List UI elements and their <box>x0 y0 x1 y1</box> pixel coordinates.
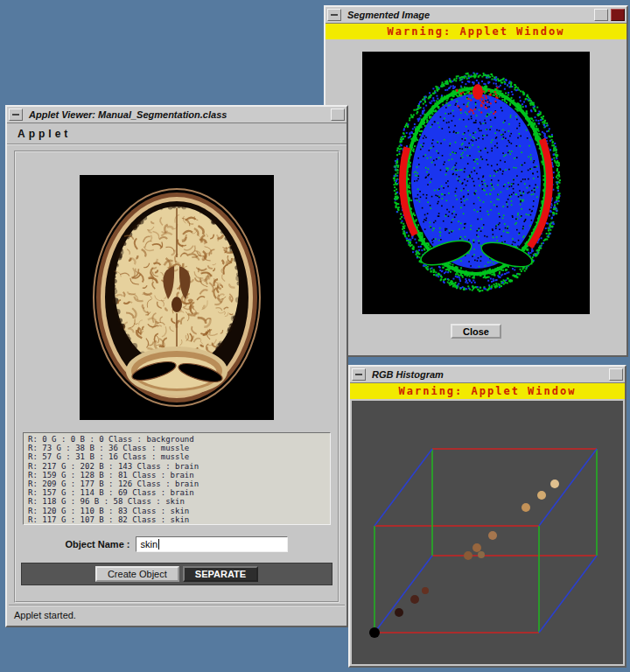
rgb-point <box>478 551 485 558</box>
rgb-point <box>395 608 403 617</box>
list-item[interactable]: R: 209 G : 177 B : 126 Class : brain <box>28 480 326 488</box>
applet-warning-banner: Warning: Applet Window <box>350 383 625 399</box>
rgb-point <box>369 627 380 638</box>
text-caret <box>158 539 159 550</box>
status-text: Applet started. <box>14 610 76 620</box>
mri-brain-image[interactable] <box>80 175 274 420</box>
list-item[interactable]: R: 120 G : 110 B : 83 Class : skin <box>28 507 326 515</box>
minimize-icon <box>355 374 362 375</box>
window-title: Segmented Image <box>344 10 592 20</box>
menubar: Applet <box>7 123 346 145</box>
segmented-content: Close <box>326 39 626 339</box>
rgb-point <box>410 595 419 604</box>
window-menu-button[interactable] <box>327 9 341 21</box>
cube-edge <box>374 449 432 526</box>
object-name-value: skin <box>140 539 158 550</box>
status-bar: Applet started. <box>9 605 345 624</box>
rgb-cube-plot <box>355 412 620 654</box>
list-item[interactable]: R: 0 G : 0 B : 0 Class : background <box>28 435 326 444</box>
list-item[interactable]: R: 57 G : 31 B : 16 Class : mussle <box>28 452 326 461</box>
list-item[interactable]: R: 217 G : 202 B : 143 Class : brain <box>28 462 326 471</box>
minimize-icon <box>331 14 338 16</box>
segmented-brain-image <box>362 52 590 314</box>
rgb-point <box>522 503 530 512</box>
applet-warning-banner: Warning: Applet Window <box>326 24 626 39</box>
titlebar[interactable]: RGB Histogram <box>350 367 625 383</box>
class-list[interactable]: R: 0 G : 0 B : 0 Class : backgroundR: 73… <box>23 432 331 525</box>
list-item[interactable]: R: 117 G : 107 B : 82 Class : skin <box>28 515 326 524</box>
segmented-image-window: Segmented Image Warning: Applet Window C… <box>324 5 628 357</box>
list-item[interactable]: R: 157 G : 114 B : 69 Class : brain <box>28 488 326 497</box>
window-menu-button[interactable] <box>9 108 23 121</box>
window-close-button[interactable] <box>611 9 625 21</box>
rgb-point <box>537 491 546 500</box>
rgb-histogram-window: RGB Histogram Warning: Applet Window <box>348 365 626 668</box>
cube-edge <box>539 556 597 633</box>
titlebar[interactable]: Applet Viewer: Manual_Segmentation.class <box>7 107 346 123</box>
list-item[interactable]: R: 118 G : 96 B : 58 Class : skin <box>28 497 326 506</box>
rgb-point <box>550 480 559 488</box>
window-title: RGB Histogram <box>368 369 606 380</box>
button-strip: Create Object SEPARATE <box>21 563 332 585</box>
applet-viewer-window: Applet Viewer: Manual_Segmentation.class… <box>5 105 348 627</box>
close-button[interactable]: Close <box>451 324 501 339</box>
menu-applet[interactable]: Applet <box>18 128 71 140</box>
histogram-content <box>352 401 623 664</box>
minimize-icon <box>12 114 19 116</box>
cube-edge <box>539 449 597 526</box>
window-maximize-button[interactable] <box>594 9 608 21</box>
rgb-point <box>472 543 481 552</box>
object-name-input[interactable]: skin <box>136 536 288 552</box>
window-menu-button[interactable] <box>352 368 366 381</box>
separate-button[interactable]: SEPARATE <box>183 566 258 582</box>
window-maximize-button[interactable] <box>609 368 623 381</box>
applet-panel: R: 0 G : 0 B : 0 Class : backgroundR: 73… <box>14 150 340 603</box>
window-title: Applet Viewer: Manual_Segmentation.class <box>25 109 328 120</box>
object-name-row: Object Name : skin <box>66 536 289 552</box>
window-maximize-button[interactable] <box>331 108 345 121</box>
create-object-button[interactable]: Create Object <box>95 566 179 582</box>
rgb-point <box>464 551 472 560</box>
rgb-point <box>422 587 429 594</box>
object-name-label: Object Name : <box>66 539 130 550</box>
titlebar[interactable]: Segmented Image <box>326 7 626 24</box>
list-item[interactable]: R: 73 G : 38 B : 36 Class : mussle <box>28 444 326 452</box>
cube-edge <box>374 556 432 633</box>
list-item[interactable]: R: 159 G : 128 B : 81 Class : brain <box>28 471 326 480</box>
rgb-point <box>488 531 497 540</box>
